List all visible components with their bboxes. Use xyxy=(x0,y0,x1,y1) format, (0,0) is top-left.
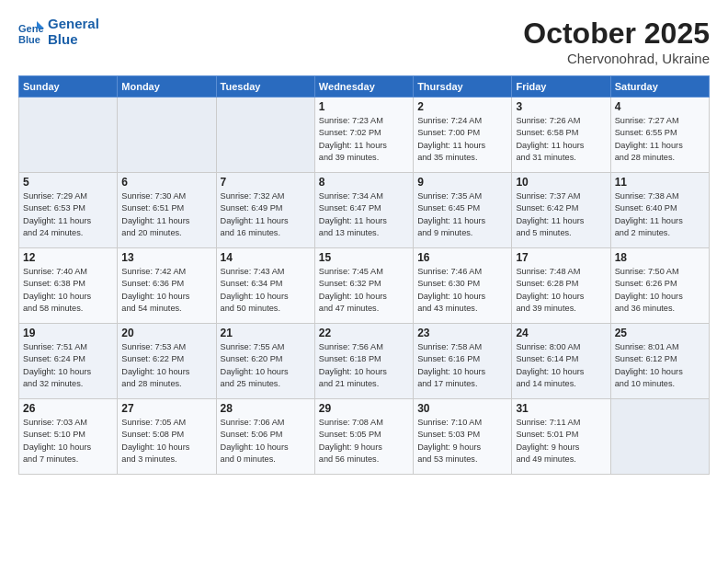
calendar-cell: 12Sunrise: 7:40 AM Sunset: 6:38 PM Dayli… xyxy=(19,248,118,324)
calendar-header-row: SundayMondayTuesdayWednesdayThursdayFrid… xyxy=(19,76,710,98)
day-info: Sunrise: 7:24 AM Sunset: 7:00 PM Dayligh… xyxy=(417,115,507,164)
day-info: Sunrise: 7:30 AM Sunset: 6:51 PM Dayligh… xyxy=(121,190,211,239)
calendar-cell: 27Sunrise: 7:05 AM Sunset: 5:08 PM Dayli… xyxy=(118,399,216,475)
day-info: Sunrise: 7:56 AM Sunset: 6:18 PM Dayligh… xyxy=(319,341,409,390)
calendar-cell: 15Sunrise: 7:45 AM Sunset: 6:32 PM Dayli… xyxy=(314,248,413,324)
day-of-week-header: Saturday xyxy=(610,76,709,98)
day-of-week-header: Wednesday xyxy=(314,76,413,98)
calendar-cell xyxy=(216,98,314,173)
day-number: 24 xyxy=(516,327,606,339)
logo-icon: General Blue xyxy=(18,19,44,45)
day-of-week-header: Sunday xyxy=(19,76,118,98)
day-number: 26 xyxy=(23,402,113,415)
day-info: Sunrise: 7:05 AM Sunset: 5:08 PM Dayligh… xyxy=(121,417,211,465)
day-number: 27 xyxy=(121,402,211,415)
title-block: October 2025 Chervonohrad, Ukraine xyxy=(523,17,710,66)
day-of-week-header: Monday xyxy=(118,76,216,98)
calendar-cell: 24Sunrise: 8:00 AM Sunset: 6:14 PM Dayli… xyxy=(512,324,610,399)
day-number: 9 xyxy=(417,176,507,189)
day-number: 6 xyxy=(121,176,211,189)
calendar-week-row: 12Sunrise: 7:40 AM Sunset: 6:38 PM Dayli… xyxy=(19,248,710,324)
day-number: 8 xyxy=(319,176,409,189)
day-info: Sunrise: 7:32 AM Sunset: 6:49 PM Dayligh… xyxy=(221,190,311,239)
day-info: Sunrise: 7:35 AM Sunset: 6:45 PM Dayligh… xyxy=(417,190,507,239)
day-info: Sunrise: 7:51 AM Sunset: 6:24 PM Dayligh… xyxy=(23,341,113,390)
calendar-cell: 18Sunrise: 7:50 AM Sunset: 6:26 PM Dayli… xyxy=(610,248,709,324)
calendar-cell: 23Sunrise: 7:58 AM Sunset: 6:16 PM Dayli… xyxy=(414,324,512,399)
day-number: 2 xyxy=(417,100,507,113)
day-info: Sunrise: 7:06 AM Sunset: 5:06 PM Dayligh… xyxy=(221,417,311,465)
svg-text:Blue: Blue xyxy=(18,34,40,45)
calendar-cell: 4Sunrise: 7:27 AM Sunset: 6:55 PM Daylig… xyxy=(610,98,709,173)
day-info: Sunrise: 7:53 AM Sunset: 6:22 PM Dayligh… xyxy=(121,341,211,390)
calendar-cell: 22Sunrise: 7:56 AM Sunset: 6:18 PM Dayli… xyxy=(314,324,413,399)
calendar-cell xyxy=(118,98,216,173)
day-info: Sunrise: 7:08 AM Sunset: 5:05 PM Dayligh… xyxy=(319,417,409,465)
day-number: 1 xyxy=(319,100,409,113)
day-number: 11 xyxy=(615,176,705,189)
day-info: Sunrise: 7:34 AM Sunset: 6:47 PM Dayligh… xyxy=(319,190,409,239)
calendar-cell: 29Sunrise: 7:08 AM Sunset: 5:05 PM Dayli… xyxy=(314,399,413,475)
calendar-week-row: 26Sunrise: 7:03 AM Sunset: 5:10 PM Dayli… xyxy=(19,399,710,475)
calendar-cell: 5Sunrise: 7:29 AM Sunset: 6:53 PM Daylig… xyxy=(19,173,118,248)
day-number: 10 xyxy=(516,176,606,189)
day-number: 7 xyxy=(221,176,311,189)
calendar-cell: 9Sunrise: 7:35 AM Sunset: 6:45 PM Daylig… xyxy=(414,173,512,248)
day-number: 5 xyxy=(23,176,113,189)
day-info: Sunrise: 7:03 AM Sunset: 5:10 PM Dayligh… xyxy=(23,417,113,465)
calendar-cell: 31Sunrise: 7:11 AM Sunset: 5:01 PM Dayli… xyxy=(512,399,610,475)
day-of-week-header: Friday xyxy=(512,76,610,98)
day-number: 12 xyxy=(23,251,113,264)
day-number: 25 xyxy=(615,327,705,339)
calendar-cell xyxy=(610,399,709,475)
month-title: October 2025 xyxy=(523,17,710,51)
calendar-cell: 20Sunrise: 7:53 AM Sunset: 6:22 PM Dayli… xyxy=(118,324,216,399)
day-info: Sunrise: 7:37 AM Sunset: 6:42 PM Dayligh… xyxy=(516,190,606,239)
calendar-cell: 21Sunrise: 7:55 AM Sunset: 6:20 PM Dayli… xyxy=(216,324,314,399)
day-info: Sunrise: 7:11 AM Sunset: 5:01 PM Dayligh… xyxy=(516,417,606,465)
day-info: Sunrise: 7:26 AM Sunset: 6:58 PM Dayligh… xyxy=(516,115,606,164)
day-number: 19 xyxy=(23,327,113,339)
day-number: 22 xyxy=(319,327,409,339)
day-info: Sunrise: 8:00 AM Sunset: 6:14 PM Dayligh… xyxy=(516,341,606,390)
day-number: 28 xyxy=(221,402,311,415)
calendar-cell: 25Sunrise: 8:01 AM Sunset: 6:12 PM Dayli… xyxy=(610,324,709,399)
calendar-cell: 6Sunrise: 7:30 AM Sunset: 6:51 PM Daylig… xyxy=(118,173,216,248)
calendar-cell: 17Sunrise: 7:48 AM Sunset: 6:28 PM Dayli… xyxy=(512,248,610,324)
calendar-cell: 8Sunrise: 7:34 AM Sunset: 6:47 PM Daylig… xyxy=(314,173,413,248)
location-title: Chervonohrad, Ukraine xyxy=(523,51,710,66)
day-number: 20 xyxy=(121,327,211,339)
day-info: Sunrise: 8:01 AM Sunset: 6:12 PM Dayligh… xyxy=(615,341,705,390)
day-number: 3 xyxy=(516,100,606,113)
day-number: 30 xyxy=(417,402,507,415)
calendar-week-row: 5Sunrise: 7:29 AM Sunset: 6:53 PM Daylig… xyxy=(19,173,710,248)
calendar-cell: 2Sunrise: 7:24 AM Sunset: 7:00 PM Daylig… xyxy=(414,98,512,173)
calendar: SundayMondayTuesdayWednesdayThursdayFrid… xyxy=(18,75,710,475)
day-info: Sunrise: 7:55 AM Sunset: 6:20 PM Dayligh… xyxy=(221,341,311,390)
day-info: Sunrise: 7:43 AM Sunset: 6:34 PM Dayligh… xyxy=(221,266,311,315)
day-number: 15 xyxy=(319,251,409,264)
day-info: Sunrise: 7:46 AM Sunset: 6:30 PM Dayligh… xyxy=(417,266,507,315)
calendar-cell: 30Sunrise: 7:10 AM Sunset: 5:03 PM Dayli… xyxy=(414,399,512,475)
day-number: 23 xyxy=(417,327,507,339)
day-number: 14 xyxy=(221,251,311,264)
day-info: Sunrise: 7:48 AM Sunset: 6:28 PM Dayligh… xyxy=(516,266,606,315)
day-number: 17 xyxy=(516,251,606,264)
logo: General Blue General Blue xyxy=(18,17,99,47)
day-info: Sunrise: 7:45 AM Sunset: 6:32 PM Dayligh… xyxy=(319,266,409,315)
day-number: 29 xyxy=(319,402,409,415)
calendar-cell: 13Sunrise: 7:42 AM Sunset: 6:36 PM Dayli… xyxy=(118,248,216,324)
calendar-cell: 26Sunrise: 7:03 AM Sunset: 5:10 PM Dayli… xyxy=(19,399,118,475)
logo-text: General Blue xyxy=(48,17,99,47)
day-of-week-header: Tuesday xyxy=(216,76,314,98)
calendar-cell: 7Sunrise: 7:32 AM Sunset: 6:49 PM Daylig… xyxy=(216,173,314,248)
day-info: Sunrise: 7:10 AM Sunset: 5:03 PM Dayligh… xyxy=(417,417,507,465)
day-number: 16 xyxy=(417,251,507,264)
day-number: 18 xyxy=(615,251,705,264)
calendar-cell: 16Sunrise: 7:46 AM Sunset: 6:30 PM Dayli… xyxy=(414,248,512,324)
day-info: Sunrise: 7:27 AM Sunset: 6:55 PM Dayligh… xyxy=(615,115,705,164)
day-info: Sunrise: 7:42 AM Sunset: 6:36 PM Dayligh… xyxy=(121,266,211,315)
calendar-cell: 28Sunrise: 7:06 AM Sunset: 5:06 PM Dayli… xyxy=(216,399,314,475)
calendar-cell: 3Sunrise: 7:26 AM Sunset: 6:58 PM Daylig… xyxy=(512,98,610,173)
calendar-cell: 19Sunrise: 7:51 AM Sunset: 6:24 PM Dayli… xyxy=(19,324,118,399)
